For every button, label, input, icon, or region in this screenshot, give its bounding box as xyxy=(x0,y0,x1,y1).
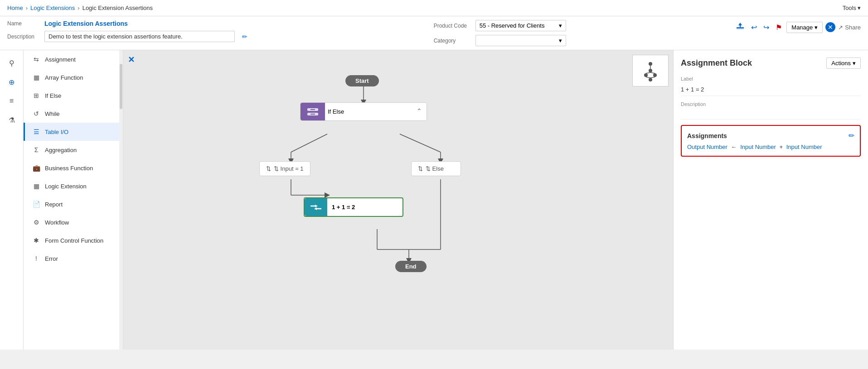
sidebar-icon-plugin[interactable]: ⚲ xyxy=(4,55,20,71)
end-node: End xyxy=(395,261,427,272)
product-code-select[interactable]: 55 - Reserved for Clients ▾ xyxy=(475,20,566,31)
assignment-label: 1 + 1 = 2 xyxy=(332,204,355,211)
undo-button[interactable]: ↩ xyxy=(749,21,759,34)
manage-button[interactable]: Manage ▾ xyxy=(786,22,823,33)
sidebar-icon-chart[interactable]: ≡ xyxy=(4,93,20,109)
if-else-block[interactable]: If Else ⌃ xyxy=(300,102,427,121)
svg-line-13 xyxy=(650,77,655,78)
svg-line-15 xyxy=(291,134,327,152)
close-button[interactable]: ✕ xyxy=(825,22,835,32)
export-button[interactable] xyxy=(734,20,747,34)
menu-item-if-else[interactable]: ⊞ If Else xyxy=(24,86,123,105)
else-branch-node[interactable]: ⇅ ⇅ Else xyxy=(411,161,461,176)
canvas-area[interactable]: ✕ xyxy=(123,50,673,350)
logic-extension-title: Logic Extension Assertions xyxy=(44,20,128,27)
edit-icon[interactable]: ✏ xyxy=(242,33,247,40)
menu-item-workflow[interactable]: ⚙ Workflow xyxy=(24,213,123,231)
if-else-label: If Else xyxy=(328,108,344,115)
svg-point-6 xyxy=(644,73,648,77)
menu-item-while[interactable]: ↺ While xyxy=(24,105,123,123)
menu-item-array-function[interactable]: ▦ Array Function xyxy=(24,68,123,86)
description-input[interactable] xyxy=(44,31,235,42)
if-else-menu-icon: ⊞ xyxy=(32,92,40,99)
plus-symbol: + xyxy=(780,144,783,150)
share-button[interactable]: ↗ Share xyxy=(838,24,861,31)
scrollbar-thumb[interactable] xyxy=(120,64,122,109)
main-body: ⚲ ⊕ ≡ ⚗ ⇆ Assignment ▦ Array Function ⊞ … xyxy=(0,50,868,350)
svg-point-4 xyxy=(649,62,652,66)
category-row: Category ▾ xyxy=(434,35,566,46)
actions-label: Actions xyxy=(831,60,851,67)
actions-chevron-icon: ▾ xyxy=(853,60,856,67)
header-left-section: Name Logic Extension Assertions Descript… xyxy=(7,20,247,42)
menu-item-table-io[interactable]: ☰ Table I/O xyxy=(24,123,123,141)
menu-item-error-label: Error xyxy=(45,255,58,262)
workflow-menu-icon: ⚙ xyxy=(32,219,40,226)
business-function-menu-icon: 💼 xyxy=(32,164,40,172)
svg-marker-30 xyxy=(315,205,318,207)
logic-extension-menu-icon: ▦ xyxy=(32,182,40,190)
chevron-down-icon: ▾ xyxy=(858,5,861,11)
assignments-edit-icon[interactable]: ✏ xyxy=(849,131,854,140)
error-menu-icon: ! xyxy=(32,255,40,262)
right-panel-header: Assignment Block Actions ▾ xyxy=(681,58,861,69)
input-number-1-link[interactable]: Input Number xyxy=(740,144,776,150)
assignment-block[interactable]: 1 + 1 = 2 xyxy=(304,197,403,217)
name-row: Name Logic Extension Assertions xyxy=(7,20,247,27)
input-number-2-link[interactable]: Input Number xyxy=(786,144,822,150)
sidebar-icon-network[interactable]: ⊕ xyxy=(4,74,20,90)
assignments-header: Assignments ✏ xyxy=(687,131,854,140)
product-code-label: Product Code xyxy=(434,23,470,29)
svg-line-10 xyxy=(646,72,650,73)
sidebar-icon-flask[interactable]: ⚗ xyxy=(4,112,20,128)
breadcrumb-logic-extensions[interactable]: Logic Extensions xyxy=(30,5,75,11)
input1-branch-node[interactable]: ⇅ ⇅ Input = 1 xyxy=(259,161,310,176)
share-icon: ↗ xyxy=(838,24,843,31)
output-number-link[interactable]: Output Number xyxy=(687,144,727,150)
export-icon xyxy=(736,22,745,31)
input1-icon: ⇅ xyxy=(266,165,271,172)
breadcrumb-home[interactable]: Home xyxy=(7,5,23,11)
svg-line-17 xyxy=(400,134,441,152)
svg-line-11 xyxy=(650,72,655,73)
menu-item-logic-extension[interactable]: ▦ Logic Extension xyxy=(24,177,123,195)
redo-button[interactable]: ↪ xyxy=(761,21,771,34)
menu-item-error[interactable]: ! Error xyxy=(24,249,123,268)
label-field-label: Label xyxy=(681,76,861,81)
breadcrumb: Home › Logic Extensions › Logic Extensio… xyxy=(7,5,153,11)
canvas-minimap[interactable] xyxy=(632,55,669,86)
menu-item-aggregation[interactable]: Σ Aggregation xyxy=(24,141,123,159)
menu-item-business-function[interactable]: 💼 Business Function xyxy=(24,159,123,177)
aggregation-menu-icon: Σ xyxy=(32,146,40,153)
description-field-label: Description xyxy=(681,101,861,107)
svg-rect-0 xyxy=(737,27,744,28)
description-field-value xyxy=(681,109,861,120)
header-center-section: Product Code 55 - Reserved for Clients ▾… xyxy=(434,20,566,46)
input1-label: ⇅ Input = 1 xyxy=(274,165,304,172)
menu-item-report[interactable]: 📄 Report xyxy=(24,195,123,213)
svg-line-12 xyxy=(646,77,650,78)
flag-button[interactable]: ⚑ xyxy=(774,21,784,34)
canvas-close-button[interactable]: ✕ xyxy=(128,55,135,65)
menu-item-logic-extension-label: Logic Extension xyxy=(45,183,87,190)
else-label: ⇅ Else xyxy=(426,165,444,172)
tools-button[interactable]: Tools ▾ xyxy=(843,5,861,11)
description-field: Description xyxy=(681,101,861,120)
while-menu-icon: ↺ xyxy=(32,110,40,117)
assignment-svg-icon xyxy=(310,203,322,212)
dropdown-arrow-icon: ▾ xyxy=(559,22,562,29)
menu-item-assignment[interactable]: ⇆ Assignment xyxy=(24,50,123,68)
header-area: Name Logic Extension Assertions Descript… xyxy=(0,16,868,50)
menu-item-form-control[interactable]: ✱ Form Control Function xyxy=(24,231,123,249)
scrollbar-track[interactable] xyxy=(119,50,123,350)
table-io-menu-icon: ☰ xyxy=(32,128,40,135)
assignment-icon xyxy=(305,198,327,216)
minimap-icon xyxy=(639,59,662,82)
else-icon: ⇅ xyxy=(418,165,423,172)
category-select[interactable]: ▾ xyxy=(475,35,566,46)
left-sidebar: ⚲ ⊕ ≡ ⚗ xyxy=(0,50,24,350)
description-label: Description xyxy=(7,34,39,40)
menu-item-while-label: While xyxy=(45,110,60,117)
actions-button[interactable]: Actions ▾ xyxy=(826,58,861,69)
svg-point-8 xyxy=(649,78,652,81)
